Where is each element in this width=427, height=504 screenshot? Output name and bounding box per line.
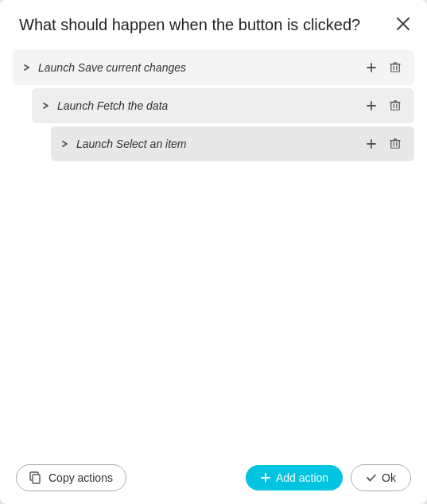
add-action-button[interactable] xyxy=(360,95,382,117)
delete-action-button[interactable] xyxy=(384,133,406,155)
copy-actions-button[interactable]: Copy actions xyxy=(16,464,126,491)
add-action-button[interactable]: Add action xyxy=(246,465,343,490)
table-row: Launch Save current changes xyxy=(13,50,414,85)
footer-right-buttons: Add action Ok xyxy=(246,464,411,491)
dialog-header: What should happen when the button is cl… xyxy=(0,0,427,44)
copy-icon xyxy=(29,471,42,484)
close-icon xyxy=(396,17,410,31)
svg-rect-20 xyxy=(33,475,40,483)
actions-list: Launch Save current changes xyxy=(0,44,427,452)
chevron-icon xyxy=(21,61,33,74)
checkmark-icon xyxy=(366,472,377,483)
chevron-icon xyxy=(59,138,72,150)
table-row: Launch Select an item xyxy=(51,126,414,161)
table-row: Launch Fetch the data xyxy=(32,88,414,123)
action-label: Launch Fetch the data xyxy=(57,99,359,112)
dialog: What should happen when the button is cl… xyxy=(0,0,427,504)
trash-icon xyxy=(390,138,401,149)
copy-actions-label: Copy actions xyxy=(49,471,113,484)
plus-icon xyxy=(366,138,377,149)
plus-icon xyxy=(260,472,271,483)
ok-button[interactable]: Ok xyxy=(351,464,411,491)
trash-icon xyxy=(390,100,401,111)
svg-rect-10 xyxy=(391,103,400,110)
delete-action-button[interactable] xyxy=(384,56,406,79)
action-label: Launch Save current changes xyxy=(38,61,359,74)
svg-rect-4 xyxy=(391,64,400,72)
plus-icon xyxy=(366,100,377,111)
add-action-button[interactable] xyxy=(360,133,382,155)
delete-action-button[interactable] xyxy=(384,95,406,117)
svg-rect-16 xyxy=(391,141,400,149)
chevron-icon xyxy=(40,99,52,112)
plus-icon xyxy=(366,62,377,73)
trash-icon xyxy=(390,62,401,73)
add-action-label: Add action xyxy=(276,471,328,484)
close-button[interactable] xyxy=(392,13,414,35)
add-action-button[interactable] xyxy=(360,56,382,79)
dialog-title: What should happen when the button is cl… xyxy=(19,16,408,34)
ok-label: Ok xyxy=(382,471,396,484)
dialog-footer: Copy actions Add action Ok xyxy=(0,452,427,504)
action-label: Launch Select an item xyxy=(76,138,359,150)
